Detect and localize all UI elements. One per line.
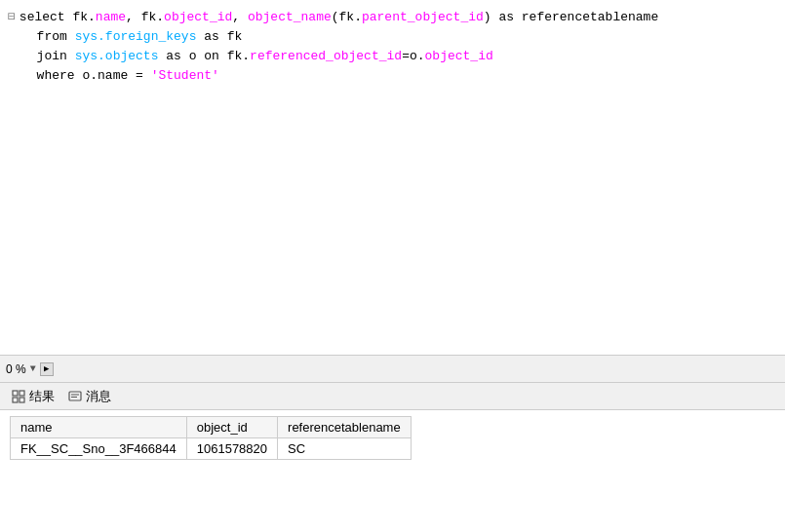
code-token: , bbox=[232, 8, 248, 27]
code-token: as o on fk. bbox=[158, 47, 250, 66]
code-token: object_id bbox=[164, 8, 232, 27]
code-line: where o.name = 'Student' bbox=[0, 66, 785, 86]
code-token: name bbox=[96, 8, 126, 27]
svg-rect-2 bbox=[13, 398, 18, 402]
results-table: nameobject_idreferencetablename FK__SC__… bbox=[10, 416, 412, 460]
code-token: =o. bbox=[402, 47, 424, 66]
scroll-right-button[interactable]: ▶ bbox=[40, 362, 54, 376]
tab-结果[interactable]: 结果 bbox=[8, 386, 59, 407]
tab-label: 结果 bbox=[29, 388, 55, 405]
bottom-section: nameobject_idreferencetablename FK__SC__… bbox=[0, 410, 785, 532]
svg-rect-1 bbox=[20, 391, 24, 396]
result-tabs: 结果 消息 bbox=[0, 383, 785, 410]
code-line: ⊟select fk.name, fk.object_id, object_na… bbox=[0, 8, 785, 27]
table-cell: FK__SC__Sno__3F466844 bbox=[11, 438, 187, 460]
svg-rect-4 bbox=[69, 392, 81, 400]
table-cell: SC bbox=[278, 438, 412, 460]
code-token: , fk. bbox=[126, 8, 164, 27]
code-line: from sys.foreign_keys as fk bbox=[0, 27, 785, 47]
code-token: as fk bbox=[196, 27, 242, 47]
code-token: referenced_object_id bbox=[250, 47, 402, 66]
code-token: o.name = bbox=[75, 66, 151, 86]
line-prefix bbox=[21, 66, 37, 86]
code-token: object_id bbox=[425, 47, 493, 66]
code-token: sys.objects bbox=[75, 47, 159, 66]
code-token: from bbox=[37, 27, 67, 47]
tab-消息[interactable]: 消息 bbox=[64, 386, 115, 407]
code-token: fk. bbox=[65, 8, 96, 27]
code-token: parent_object_id bbox=[362, 8, 484, 27]
table-cell: 1061578820 bbox=[186, 438, 277, 460]
grid-icon bbox=[12, 390, 25, 403]
svg-rect-3 bbox=[20, 398, 24, 402]
zoom-level: 0 % bbox=[6, 362, 26, 376]
line-prefix bbox=[21, 27, 37, 47]
code-token: ) as referencetablename bbox=[484, 8, 658, 27]
tab-label: 消息 bbox=[86, 388, 111, 405]
code-editor[interactable]: ⊟select fk.name, fk.object_id, object_na… bbox=[0, 0, 785, 356]
code-token bbox=[67, 27, 75, 47]
code-token: where bbox=[37, 66, 75, 86]
table-header: object_id bbox=[186, 417, 277, 438]
code-token bbox=[67, 47, 75, 66]
code-token: sys.foreign_keys bbox=[75, 27, 197, 47]
code-token: object_name bbox=[248, 8, 332, 27]
editor-toolbar: 0 % ▼ ▶ bbox=[0, 356, 785, 383]
code-line: join sys.objects as o on fk.referenced_o… bbox=[0, 47, 785, 66]
code-token: select bbox=[20, 8, 65, 27]
line-prefix bbox=[21, 47, 37, 66]
results-area: nameobject_idreferencetablename FK__SC__… bbox=[0, 410, 785, 532]
code-token: (fk. bbox=[332, 8, 362, 27]
svg-rect-0 bbox=[13, 391, 18, 396]
table-row: FK__SC__Sno__3F4668441061578820SC bbox=[11, 438, 412, 460]
table-header: referencetablename bbox=[278, 417, 412, 438]
table-header: name bbox=[11, 417, 187, 438]
line-indicator: ⊟ bbox=[8, 8, 16, 27]
message-icon bbox=[68, 390, 82, 403]
code-token: join bbox=[37, 47, 67, 66]
code-token: 'Student' bbox=[151, 66, 219, 86]
zoom-dropdown-icon[interactable]: ▼ bbox=[30, 363, 36, 374]
